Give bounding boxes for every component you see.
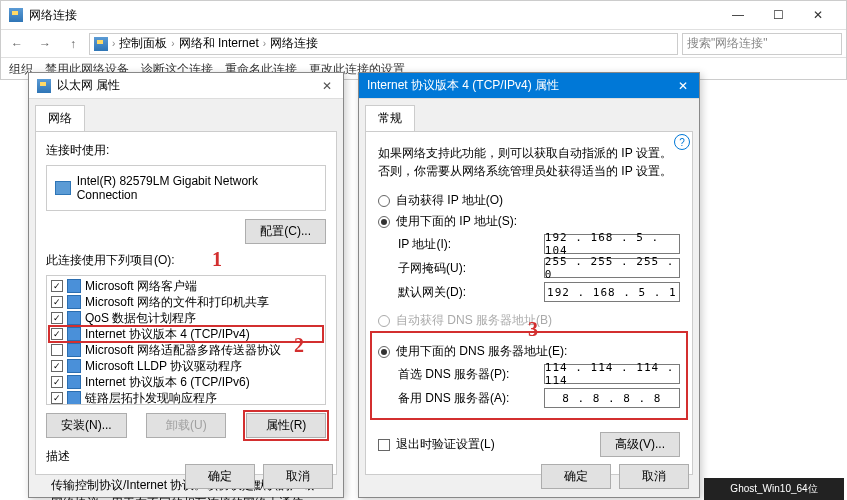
protocol-item[interactable]: ✓Internet 协议版本 4 (TCP/IPv4) bbox=[49, 326, 323, 342]
tab-panel: ? 如果网络支持此功能，则可以获取自动指派的 IP 设置。否则，你需要从网络系统… bbox=[365, 131, 693, 475]
dialog-title: Internet 协议版本 4 (TCP/IPv4) 属性 bbox=[367, 77, 559, 94]
protocol-label: Microsoft 网络客户端 bbox=[85, 278, 197, 295]
minimize-button[interactable]: — bbox=[718, 1, 758, 29]
mask-label: 子网掩码(U): bbox=[398, 260, 544, 277]
connect-using-label: 连接时使用: bbox=[46, 142, 326, 159]
nic-icon bbox=[55, 181, 71, 195]
mask-input[interactable]: 255 . 255 . 255 . 0 bbox=[544, 258, 680, 278]
radio-manual-dns[interactable]: 使用下面的 DNS 服务器地址(E): bbox=[378, 343, 680, 360]
protocol-icon bbox=[67, 279, 81, 293]
ipv4-properties-dialog: Internet 协议版本 4 (TCP/IPv4) 属性 ✕ 常规 ? 如果网… bbox=[358, 72, 700, 498]
checkbox-icon[interactable] bbox=[51, 344, 63, 356]
configure-button[interactable]: 配置(C)... bbox=[245, 219, 326, 244]
radio-auto-ip[interactable]: 自动获得 IP 地址(O) bbox=[378, 192, 680, 209]
protocol-item[interactable]: ✓Internet 协议版本 6 (TCP/IPv6) bbox=[49, 374, 323, 390]
adapter-name: Intel(R) 82579LM Gigabit Network Connect… bbox=[77, 174, 317, 202]
tab-panel: 连接时使用: Intel(R) 82579LM Gigabit Network … bbox=[35, 131, 337, 475]
explorer-window: 网络连接 — ☐ ✕ ← → ↑ › 控制面板› 网络和 Internet› 网… bbox=[0, 0, 847, 80]
install-button[interactable]: 安装(N)... bbox=[46, 413, 127, 438]
protocol-item[interactable]: ✓Microsoft 网络客户端 bbox=[49, 278, 323, 294]
ok-button[interactable]: 确定 bbox=[541, 464, 611, 489]
close-icon[interactable]: ✕ bbox=[319, 78, 335, 94]
checkbox-icon[interactable]: ✓ bbox=[51, 328, 63, 340]
protocol-label: Microsoft LLDP 协议驱动程序 bbox=[85, 358, 242, 375]
breadcrumb[interactable]: › 控制面板› 网络和 Internet› 网络连接 bbox=[89, 33, 678, 55]
maximize-button[interactable]: ☐ bbox=[758, 1, 798, 29]
info-text: 如果网络支持此功能，则可以获取自动指派的 IP 设置。否则，你需要从网络系统管理… bbox=[378, 144, 680, 180]
ip-input[interactable]: 192 . 168 . 5 . 104 bbox=[544, 234, 680, 254]
search-input[interactable]: 搜索"网络连接" bbox=[682, 33, 842, 55]
dialog-titlebar: 以太网 属性 ✕ bbox=[29, 73, 343, 99]
protocol-icon bbox=[67, 311, 81, 325]
close-button[interactable]: ✕ bbox=[798, 1, 838, 29]
annotation-3: 3 bbox=[528, 318, 538, 341]
annotation-2: 2 bbox=[294, 334, 304, 357]
cancel-button[interactable]: 取消 bbox=[263, 464, 333, 489]
protocol-label: Internet 协议版本 6 (TCP/IPv6) bbox=[85, 374, 250, 391]
explorer-title: 网络连接 bbox=[29, 7, 77, 24]
network-folder-icon bbox=[9, 8, 23, 22]
nav-forward-icon[interactable]: → bbox=[33, 32, 57, 56]
breadcrumb-icon bbox=[94, 37, 108, 51]
advanced-button[interactable]: 高级(V)... bbox=[600, 432, 680, 457]
radio-manual-ip[interactable]: 使用下面的 IP 地址(S): bbox=[378, 213, 680, 230]
protocol-icon bbox=[67, 375, 81, 389]
nav-back-icon[interactable]: ← bbox=[5, 32, 29, 56]
breadcrumb-item[interactable]: 网络和 Internet bbox=[179, 35, 259, 52]
protocol-item[interactable]: ✓Microsoft LLDP 协议驱动程序 bbox=[49, 358, 323, 374]
cancel-button[interactable]: 取消 bbox=[619, 464, 689, 489]
protocol-item[interactable]: ✓链路层拓扑发现响应程序 bbox=[49, 390, 323, 405]
ethernet-icon bbox=[37, 79, 51, 93]
checkbox-icon[interactable]: ✓ bbox=[51, 280, 63, 292]
dns2-label: 备用 DNS 服务器(A): bbox=[398, 390, 544, 407]
properties-button[interactable]: 属性(R) bbox=[246, 413, 326, 438]
protocol-item[interactable]: Microsoft 网络适配器多路传送器协议 bbox=[49, 342, 323, 358]
validate-checkbox[interactable]: 退出时验证设置(L) bbox=[378, 436, 495, 453]
dns1-input[interactable]: 114 . 114 . 114 . 114 bbox=[544, 364, 680, 384]
taskbar-fragment: Ghost_Win10_64位 bbox=[704, 478, 844, 500]
tab-general[interactable]: 常规 bbox=[365, 105, 415, 131]
nav-up-icon[interactable]: ↑ bbox=[61, 32, 85, 56]
protocol-icon bbox=[67, 295, 81, 309]
protocol-label: 链路层拓扑发现响应程序 bbox=[85, 390, 217, 406]
gateway-input[interactable]: 192 . 168 . 5 . 1 bbox=[544, 282, 680, 302]
gateway-label: 默认网关(D): bbox=[398, 284, 544, 301]
explorer-titlebar: 网络连接 — ☐ ✕ bbox=[1, 1, 846, 29]
dialog-titlebar: Internet 协议版本 4 (TCP/IPv4) 属性 ✕ bbox=[359, 73, 699, 99]
protocol-icon bbox=[67, 359, 81, 373]
breadcrumb-item[interactable]: 控制面板 bbox=[119, 35, 167, 52]
checkbox-icon[interactable]: ✓ bbox=[51, 296, 63, 308]
ok-button[interactable]: 确定 bbox=[185, 464, 255, 489]
tab-strip: 常规 bbox=[359, 99, 699, 131]
uninstall-button[interactable]: 卸载(U) bbox=[146, 413, 226, 438]
protocol-icon bbox=[67, 327, 81, 341]
window-controls: — ☐ ✕ bbox=[718, 1, 838, 29]
annotation-1: 1 bbox=[212, 248, 222, 271]
protocol-label: Microsoft 网络的文件和打印机共享 bbox=[85, 294, 269, 311]
protocol-label: Internet 协议版本 4 (TCP/IPv4) bbox=[85, 326, 250, 343]
checkbox-icon[interactable]: ✓ bbox=[51, 360, 63, 372]
protocol-icon bbox=[67, 343, 81, 357]
tab-network[interactable]: 网络 bbox=[35, 105, 85, 131]
dialog-title: 以太网 属性 bbox=[57, 77, 120, 94]
checkbox-icon[interactable]: ✓ bbox=[51, 312, 63, 324]
items-label: 此连接使用下列项目(O): bbox=[46, 252, 326, 269]
checkbox-icon[interactable]: ✓ bbox=[51, 376, 63, 388]
checkbox-icon[interactable]: ✓ bbox=[51, 392, 63, 404]
protocol-item[interactable]: ✓QoS 数据包计划程序 bbox=[49, 310, 323, 326]
help-icon[interactable]: ? bbox=[674, 134, 690, 150]
ip-label: IP 地址(I): bbox=[398, 236, 544, 253]
close-icon[interactable]: ✕ bbox=[675, 78, 691, 94]
adapter-box: Intel(R) 82579LM Gigabit Network Connect… bbox=[46, 165, 326, 211]
ethernet-properties-dialog: 以太网 属性 ✕ 网络 连接时使用: Intel(R) 82579LM Giga… bbox=[28, 72, 344, 498]
description-label: 描述 bbox=[46, 448, 326, 465]
explorer-addressbar: ← → ↑ › 控制面板› 网络和 Internet› 网络连接 搜索"网络连接… bbox=[1, 29, 846, 57]
protocol-icon bbox=[67, 391, 81, 405]
tab-strip: 网络 bbox=[29, 99, 343, 131]
protocol-item[interactable]: ✓Microsoft 网络的文件和打印机共享 bbox=[49, 294, 323, 310]
protocol-label: Microsoft 网络适配器多路传送器协议 bbox=[85, 342, 281, 359]
dns1-label: 首选 DNS 服务器(P): bbox=[398, 366, 544, 383]
breadcrumb-item[interactable]: 网络连接 bbox=[270, 35, 318, 52]
dns2-input[interactable]: 8 . 8 . 8 . 8 bbox=[544, 388, 680, 408]
protocol-listbox[interactable]: ✓Microsoft 网络客户端✓Microsoft 网络的文件和打印机共享✓Q… bbox=[46, 275, 326, 405]
